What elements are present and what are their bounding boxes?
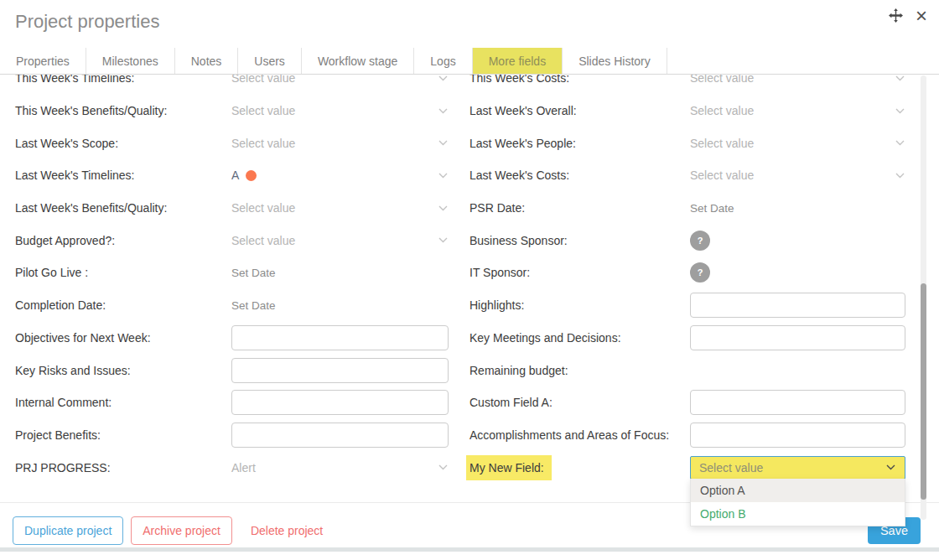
form-content: This Week's Timelines:Select valueThis W… [0,75,939,496]
tab-users[interactable]: Users [238,48,302,74]
field-label: Completion Date: [15,298,106,312]
field-label-cell: Objectives for Next Week: [15,331,231,345]
field-row: Accomplishments and Areas of Focus: [470,419,905,452]
select-field[interactable]: Select value [231,201,449,215]
text-input[interactable] [690,390,905,415]
select-value: A [231,169,239,182]
field-control: Select value [231,192,449,225]
field-label-cell: Last Week's Benefits/Quality: [15,201,231,215]
field-label-cell: PRJ PROGRESS: [15,461,231,474]
field-row: This Week's Benefits/Quality:Select valu… [15,95,449,127]
move-icon[interactable] [889,8,903,23]
field-row: Internal Comment: [15,386,449,419]
field-label-cell: Internal Comment: [15,396,231,409]
field-label: PSR Date: [470,201,525,215]
project-properties-dialog: Project properties × PropertiesMilestone… [0,0,939,560]
select-field[interactable]: Select value [690,169,905,182]
avatar-placeholder[interactable]: ? [690,262,710,283]
chevron-down-icon [438,205,449,211]
text-input[interactable] [231,423,449,448]
dialog-bottom-edge [0,547,939,552]
field-row: Completion Date:Set Date [15,289,449,322]
field-label: IT Sponsor: [470,266,530,279]
field-row: PRJ PROGRESS:Alert [15,451,449,484]
field-label-cell: Key Meetings and Decisions: [470,331,690,345]
field-row: Last Week's Scope:Select value [15,127,449,159]
select-field[interactable]: Select value [231,104,449,117]
field-label-cell: Pilot Go Live : [15,266,231,279]
select-field[interactable]: A [231,169,449,182]
close-icon[interactable]: × [916,8,927,23]
select-value: Select value [231,137,295,150]
field-row: Remaining budget: [470,354,905,386]
select-value: Select value [690,137,754,150]
select-field[interactable]: Select value [690,104,905,117]
field-control [690,354,905,386]
text-input[interactable] [690,325,905,350]
tab-bar: PropertiesMilestonesNotesUsersWorkflow s… [0,48,939,75]
field-control [690,419,905,452]
field-row: Custom Field A: [470,386,905,419]
field-label: Last Week's Benefits/Quality: [15,201,167,215]
chevron-down-icon [438,173,449,179]
tab-slides-history[interactable]: Slides History [563,48,667,74]
avatar-placeholder[interactable]: ? [690,231,710,251]
field-label-cell: Highlights: [470,298,690,312]
tab-notes[interactable]: Notes [175,48,239,74]
tab-logs[interactable]: Logs [414,48,472,74]
select-value: Select value [231,201,295,215]
tab-properties[interactable]: Properties [0,48,86,74]
dropdown-option[interactable]: Option B [691,502,905,526]
field-row: Highlights: [470,289,905,322]
field-control [690,289,905,322]
delete-project-button[interactable]: Delete project [240,517,334,544]
chevron-down-icon [895,173,905,179]
tab-workflow-stage[interactable]: Workflow stage [302,48,414,74]
field-control: Alert [231,451,449,484]
duplicate-project-button[interactable]: Duplicate project [13,516,123,545]
field-label: Project Benefits: [15,428,101,442]
select-value: Select value [690,169,754,182]
text-input[interactable] [231,390,449,415]
tab-milestones[interactable]: Milestones [86,48,175,74]
field-label: Last Week's People: [470,137,576,150]
select-value: Select value [690,104,754,117]
scrollbar-thumb[interactable] [921,283,926,500]
select-field[interactable]: Select value [231,234,449,247]
tab-more-fields[interactable]: More fields [473,48,563,74]
text-input[interactable] [231,358,449,383]
field-row: Last Week's Costs:Select value [470,159,905,192]
field-label-cell: Key Risks and Issues: [15,364,231,377]
field-control: Select value [231,127,449,159]
field-label: My New Field: [466,455,552,480]
field-label: Last Week's Overall: [470,104,577,117]
footer-actions: Duplicate project Archive project Delete… [13,516,334,545]
field-row: Project Benefits: [15,419,449,452]
set-date-button[interactable]: Set Date [690,202,734,215]
text-input[interactable] [231,325,449,350]
dialog-header: Project properties × PropertiesMilestone… [0,0,939,75]
dropdown-option[interactable]: Option A [691,479,905,502]
field-row: Last Week's Benefits/Quality:Select valu… [15,192,449,225]
set-date-button[interactable]: Set Date [231,267,276,279]
archive-project-button[interactable]: Archive project [131,516,232,545]
set-date-button[interactable]: Set Date [231,299,276,312]
chevron-down-icon [438,237,449,243]
field-label: Internal Comment: [15,396,112,409]
select-field[interactable]: Alert [231,461,449,474]
field-label: Pilot Go Live : [15,266,88,279]
select-field[interactable]: Select value [690,137,905,150]
field-control: ? [690,224,905,257]
vertical-scrollbar[interactable] [921,75,926,520]
form-left-column: This Week's Timelines:Select valueThis W… [15,75,449,484]
dropdown-options: Option AOption B [690,479,905,526]
field-row: Pilot Go Live :Set Date [15,257,449,289]
select-value: Select value [231,234,295,247]
select-field-open[interactable]: Select value [690,456,905,480]
text-input[interactable] [690,293,905,318]
field-label: Custom Field A: [470,396,553,409]
select-field[interactable]: Select value [231,137,449,150]
text-input[interactable] [690,423,905,448]
field-control [231,322,449,355]
field-label-cell: Completion Date: [15,298,231,312]
